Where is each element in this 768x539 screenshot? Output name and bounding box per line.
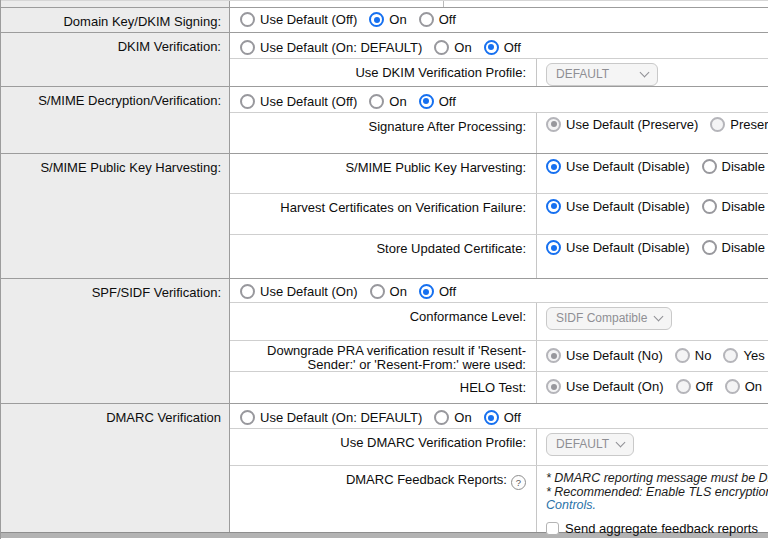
signature-after-processing-control: Use Default (Preserve) Preserve <box>537 113 768 153</box>
mail-flow-policy-settings-table: Domain Key/DKIM Signing: Use Default (Of… <box>0 0 768 539</box>
smime-decryption-radio-group: Use Default (Off) On Off <box>240 91 456 112</box>
smime-decryption-radio-row: Use Default (Off) On Off <box>230 87 768 112</box>
radio-option-on[interactable]: On <box>434 410 471 425</box>
dkim-profile-row: Use DKIM Verification Profile: DEFAULT <box>230 58 768 86</box>
store-updated-certificate-row: Store Updated Certificate: Use Default (… <box>230 234 768 278</box>
radio-selected-icon <box>546 199 561 214</box>
domain-key-radio-row: Use Default (Off) On Off <box>230 8 768 27</box>
smime-harvesting-control: Use Default (Disable) Disable <box>537 154 768 193</box>
radio-icon <box>240 40 255 55</box>
downgrade-pra-label: Downgrade PRA verification result if 'Re… <box>230 341 537 371</box>
radio-option-on[interactable]: On <box>370 284 407 299</box>
checkbox-label: Send aggregate feedback reports <box>565 521 758 536</box>
radio-option-off[interactable]: Off <box>419 94 456 109</box>
dmarc-feedback-label-cell: DMARC Feedback Reports:? <box>230 466 537 532</box>
store-updated-certificate-radio-group: Use Default (Disable) Disable <box>546 240 768 255</box>
radio-option-use-default-disabled: Use Default (No) <box>546 348 663 363</box>
clipped-top-row <box>1 0 768 7</box>
select-value: DEFAULT <box>556 438 609 451</box>
radio-option-off[interactable]: Off <box>484 410 521 425</box>
radio-option-label: No <box>695 348 712 363</box>
radio-option-label: Disable <box>722 159 765 174</box>
radio-selected-disabled-icon <box>546 117 561 132</box>
radio-option-label: Use Default (On) <box>566 379 664 394</box>
radio-icon <box>240 12 255 27</box>
section-rows: Use Default (On: DEFAULT) On Off Use DKI… <box>230 33 768 86</box>
radio-option-off[interactable]: Off <box>419 12 456 27</box>
radio-option-label: Disable <box>722 199 765 214</box>
help-question-icon[interactable]: ? <box>511 475 526 490</box>
radio-option-on-disabled: On <box>725 379 762 394</box>
signature-radio-group: Use Default (Preserve) Preserve <box>546 117 768 132</box>
radio-option-no-disabled: No <box>675 348 712 363</box>
conformance-level-row: Conformance Level: SIDF Compatible <box>230 302 768 341</box>
section-rows: Use Default (Off) On Off <box>230 8 768 32</box>
radio-disabled-icon <box>710 117 725 132</box>
section-label-smime-harvesting: S/MIME Public Key Harvesting: <box>1 154 230 278</box>
radio-option-label: Use Default (Off) <box>260 94 357 109</box>
radio-disabled-icon <box>725 379 740 394</box>
conformance-level-select: SIDF Compatible <box>546 307 672 330</box>
radio-option-on[interactable]: On <box>369 12 406 27</box>
dkim-profile-control: DEFAULT <box>537 59 768 86</box>
radio-option-use-default[interactable]: Use Default (Off) <box>240 12 357 27</box>
radio-option-label: Preserve <box>730 117 768 132</box>
radio-option-label: Use Default (Disable) <box>566 159 690 174</box>
radio-selected-disabled-icon <box>546 379 561 394</box>
radio-option-disable[interactable]: Disable <box>702 159 765 174</box>
radio-icon <box>702 199 717 214</box>
radio-icon <box>419 12 434 27</box>
radio-selected-icon <box>546 240 561 255</box>
clipped-top-row-label-cell <box>1 1 230 7</box>
radio-selected-icon <box>419 284 434 299</box>
spf-sidf-radio-group: Use Default (On) On Off <box>240 282 456 302</box>
signature-after-processing-row: Signature After Processing: Use Default … <box>230 112 768 153</box>
radio-icon <box>702 240 717 255</box>
radio-option-use-default[interactable]: Use Default (Disable) <box>546 240 690 255</box>
radio-icon <box>240 284 255 299</box>
radio-option-use-default[interactable]: Use Default (Off) <box>240 94 357 109</box>
radio-option-label: Use Default (Disable) <box>566 199 690 214</box>
radio-icon <box>702 159 717 174</box>
radio-option-disable[interactable]: Disable <box>702 199 765 214</box>
radio-selected-icon <box>369 12 384 27</box>
downgrade-pra-radio-group: Use Default (No) No Yes <box>546 348 768 363</box>
radio-option-use-default[interactable]: Use Default (Disable) <box>546 159 690 174</box>
radio-option-label: Disable <box>722 240 765 255</box>
radio-option-on[interactable]: On <box>434 40 471 55</box>
radio-icon <box>434 40 449 55</box>
radio-selected-icon <box>484 410 499 425</box>
radio-selected-icon <box>484 40 499 55</box>
send-aggregate-feedback-option[interactable]: Send aggregate feedback reports <box>546 521 768 536</box>
radio-disabled-icon <box>723 348 738 363</box>
radio-option-label: Off <box>504 410 521 425</box>
select-value: SIDF Compatible <box>556 312 647 325</box>
radio-option-off[interactable]: Off <box>419 284 456 299</box>
radio-icon <box>434 410 449 425</box>
dmarc-feedback-control: * DMARC reporting message must be DKIM s… <box>537 466 768 532</box>
radio-option-label: On <box>389 12 406 27</box>
radio-option-disable[interactable]: Disable <box>702 240 765 255</box>
radio-option-label: Use Default (On: DEFAULT) <box>260 40 422 55</box>
radio-disabled-icon <box>676 379 691 394</box>
radio-option-label: On <box>745 379 762 394</box>
radio-option-off-disabled: Off <box>676 379 713 394</box>
helo-test-radio-group: Use Default (On) Off On <box>546 379 768 394</box>
harvest-certificates-control: Use Default (Disable) Disable <box>537 194 768 235</box>
radio-option-use-default[interactable]: Use Default (Disable) <box>546 199 690 214</box>
radio-option-use-default-disabled: Use Default (On) <box>546 379 664 394</box>
signature-after-processing-label: Signature After Processing: <box>230 113 537 153</box>
radio-option-use-default[interactable]: Use Default (On: DEFAULT) <box>240 410 422 425</box>
radio-option-use-default[interactable]: Use Default (On) <box>240 284 358 299</box>
radio-option-label: Use Default (Disable) <box>566 240 690 255</box>
chevron-down-icon <box>616 438 626 448</box>
destination-controls-link[interactable]: Controls. <box>546 498 596 512</box>
dkim-verification-profile-select: DEFAULT <box>546 63 658 86</box>
section-domain-key-dkim-signing: Domain Key/DKIM Signing: Use Default (Of… <box>1 7 768 32</box>
radio-option-label: On <box>454 410 471 425</box>
dmarc-radio-group: Use Default (On: DEFAULT) On Off <box>240 408 521 428</box>
radio-option-use-default[interactable]: Use Default (On: DEFAULT) <box>240 40 422 55</box>
radio-option-on[interactable]: On <box>369 94 406 109</box>
radio-option-off[interactable]: Off <box>484 40 521 55</box>
spf-sidf-radio-row: Use Default (On) On Off <box>230 279 768 302</box>
